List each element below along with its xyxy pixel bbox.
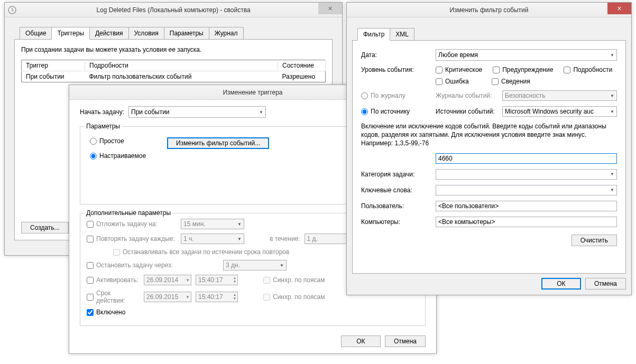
filter-ok-button[interactable]: ОК [541,278,581,290]
task-scheduler-icon [8,6,16,14]
clear-button[interactable]: Очистить [572,235,617,246]
start-task-label: Начать задачу: [80,108,124,116]
activate-time: 15:40:17 ▲▼ [196,275,238,285]
keywords-select[interactable]: ▼ [436,185,617,195]
filter-title: Изменить фильтр событий [449,6,528,14]
chevron-down-icon: ▼ [186,278,190,283]
date-label: Дата: [361,51,432,59]
chevron-down-icon: ▼ [610,188,614,192]
tab-general[interactable]: Общие [20,27,52,39]
chevron-down-icon: ▼ [237,222,242,227]
radio-simple[interactable]: Простое [90,137,146,145]
event-ids-help: Включение или исключение кодов событий. … [361,122,617,148]
date-select[interactable]: Любое время▼ [436,49,617,61]
repeat-checkbox[interactable]: Повторять задачу каждые: [87,235,177,242]
tab-xml[interactable]: XML [390,28,414,40]
edit-filter-button[interactable]: Изменить фильтр событий... [167,137,269,149]
chevron-down-icon: ▼ [280,263,284,268]
expire-time: 15:40:17 ▲▼ [196,292,238,302]
level-verbose[interactable]: Подробности [564,66,612,73]
chevron-down-icon: ▼ [610,109,614,114]
level-error[interactable]: Ошибка [436,78,481,85]
level-label: Уровень события: [361,66,432,73]
sources-label: Источники событий: [436,108,499,115]
props-tabs: Общие Триггеры Действия Условия Параметр… [14,22,333,40]
props-title: Log Deleted Files (Локальный компьютер) … [96,6,250,14]
col-details[interactable]: Подробности [85,60,278,71]
keywords-label: Ключевые слова: [361,186,432,194]
chevron-down-icon: ▼ [237,237,242,241]
params-legend: Параметры [85,123,122,130]
chevron-down-icon: ▼ [610,53,614,58]
level-info[interactable]: Сведения [492,78,530,85]
tab-filter[interactable]: Фильтр [357,28,390,41]
filter-cancel-button[interactable]: Отмена [585,278,626,290]
level-critical[interactable]: Критическое [436,66,482,73]
event-filter-window: Изменить фильтр событий × Фильтр XML Дат… [346,2,632,295]
activate-checkbox[interactable]: Активировать: [87,276,140,284]
create-button[interactable]: Создать... [21,222,69,234]
tab-settings[interactable]: Параметры [164,27,209,39]
sources-select[interactable]: Microsoft Windows security auc▼ [502,106,617,117]
start-task-select[interactable]: При событии ▼ [128,106,266,118]
stopafter-select: 3 дн.▼ [223,260,287,270]
triggers-description: При создании задачи вы можете указать ус… [21,46,326,53]
ok-button[interactable]: ОК [341,335,381,347]
chevron-down-icon: ▼ [186,295,190,300]
cancel-button[interactable]: Отмена [385,335,426,347]
taskcat-select[interactable]: ▼ [436,169,617,180]
sync-tz-checkbox-1: Синхр. по поясам [263,276,325,284]
activate-date: 26.09.2014 ▼ [144,275,191,285]
tab-history[interactable]: Журнал [209,27,244,39]
delay-checkbox[interactable]: Отложить задачу на: [87,220,177,228]
spinner-buttons: ▲▼ [233,293,236,301]
radio-by-source[interactable]: По источнику [361,108,432,115]
logs-label: Журналы событий: [436,92,499,99]
event-ids-input[interactable] [436,153,617,164]
tab-actions[interactable]: Действия [89,27,129,39]
expire-date: 26.09.2015 ▼ [144,292,191,302]
level-warning[interactable]: Предупреждение [493,66,553,73]
expire-checkbox[interactable]: Срок действия: [87,290,140,304]
table-row[interactable]: При событии Фильтр пользовательских собы… [22,71,326,82]
radio-custom[interactable]: Настраиваемое [90,152,146,160]
chevron-down-icon: ▼ [610,172,614,176]
spinner-buttons: ▲▼ [233,276,236,284]
close-button[interactable]: × [318,3,342,14]
close-button[interactable]: × [607,3,631,14]
filter-tabs: Фильтр XML [352,23,626,41]
trigger-title: Изменение триггера [223,89,282,96]
chevron-down-icon: ▼ [610,94,614,98]
col-state[interactable]: Состояние [278,60,326,71]
tab-triggers[interactable]: Триггеры [51,27,90,40]
props-titlebar: Log Deleted Files (Локальный компьютер) … [5,3,342,17]
user-input[interactable] [436,201,617,211]
computers-input[interactable] [436,217,617,227]
computers-label: Компьютеры: [361,218,432,226]
duration-label: в течение: [270,235,300,242]
stopall-checkbox: Останавливать все задачи по истечении ср… [113,248,289,256]
logs-select: Безопасность▼ [502,90,617,101]
triggers-table: Триггер Подробности Состояние При событи… [21,60,326,82]
advanced-legend: Дополнительные параметры [85,209,172,217]
col-trigger[interactable]: Триггер [22,60,85,71]
delay-select: 15 мин.▼ [181,219,244,229]
repeat-select: 1 ч.▼ [181,234,244,244]
tab-conditions[interactable]: Условия [128,27,164,39]
enabled-checkbox[interactable]: Включено [87,309,125,316]
chevron-down-icon: ▼ [259,110,263,115]
filter-titlebar: Изменить фильтр событий × [347,3,631,17]
sync-tz-checkbox-2: Синхр. по поясам [263,293,325,301]
user-label: Пользователь: [361,202,432,210]
stopafter-checkbox[interactable]: Остановить задачу через: [87,262,219,269]
radio-by-log[interactable]: По журналу [361,92,432,99]
taskcat-label: Категория задачи: [361,171,432,178]
